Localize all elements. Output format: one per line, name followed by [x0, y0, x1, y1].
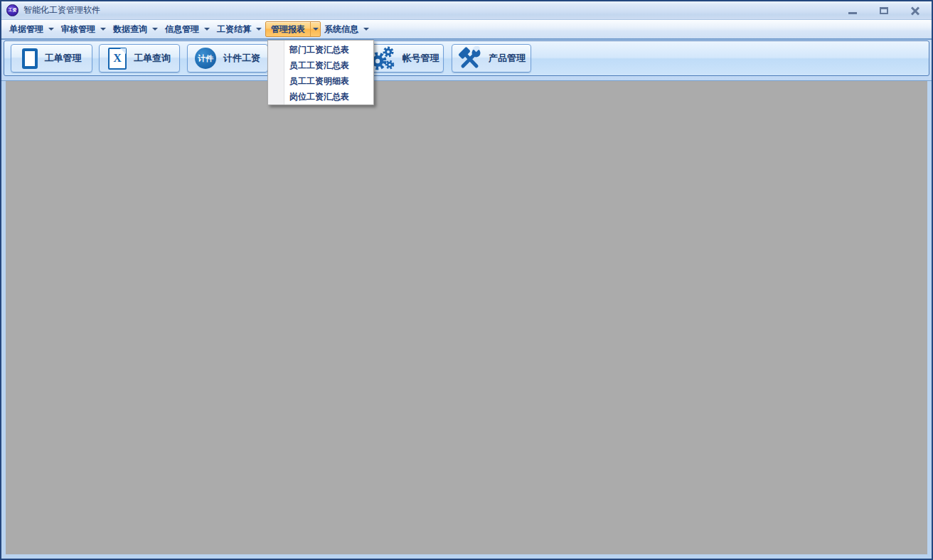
chevron-down-icon — [152, 28, 158, 31]
minimize-button[interactable] — [846, 4, 859, 17]
toolbar-button-account-management[interactable]: 帐号管理 — [363, 44, 444, 72]
blank-document-icon — [22, 48, 38, 69]
page-fold — [120, 48, 126, 54]
title-bar[interactable]: 工资 智能化工资管理软件 — [1, 1, 932, 20]
app-icon-text: 工资 — [9, 7, 17, 14]
toolbar-button-product-management[interactable]: 产品管理 — [452, 44, 531, 72]
menu-item-bill-management[interactable]: 单据管理 — [6, 21, 58, 37]
main-area — [1, 81, 932, 559]
close-button[interactable] — [909, 4, 922, 17]
app-window: 工资 智能化工资管理软件 单据管理 审核管理 数据查询 信息管理 工资结算 — [0, 0, 933, 560]
menu-dropdown-arrow-button[interactable] — [311, 22, 320, 36]
toolbar-button-work-order-management[interactable]: 工单管理 — [11, 44, 92, 72]
chevron-down-icon — [363, 28, 369, 31]
menu-item-data-query[interactable]: 数据查询 — [110, 21, 161, 37]
hammer-wrench-icon — [457, 46, 481, 70]
dropdown-item-department-salary-summary[interactable]: 部门工资汇总表 — [268, 42, 373, 58]
piece-count-badge-icon: 计件 — [195, 48, 216, 69]
chevron-down-icon — [100, 28, 106, 31]
menu-item-report-management[interactable]: 管理报表 — [265, 21, 321, 37]
chevron-down-icon — [48, 28, 54, 31]
toolbar: 工单管理 X 工单查询 计件 计件工资 — [1, 40, 932, 81]
content-canvas — [6, 81, 927, 554]
window-title: 智能化工资管理软件 — [23, 4, 100, 16]
dropdown-item-position-salary-summary[interactable]: 岗位工资汇总表 — [268, 89, 373, 104]
window-controls — [846, 1, 922, 20]
maximize-button[interactable] — [878, 4, 890, 17]
menu-item-system-info[interactable]: 系统信息 — [321, 21, 373, 37]
menu-item-salary-settlement[interactable]: 工资结算 — [213, 21, 265, 37]
excel-document-icon: X — [108, 48, 127, 70]
toolbar-button-work-order-query[interactable]: X 工单查询 — [99, 44, 180, 72]
dropdown-item-employee-salary-summary[interactable]: 员工工资汇总表 — [268, 58, 373, 73]
dropdown-item-employee-salary-detail[interactable]: 员工工资明细表 — [268, 73, 373, 89]
toolbar-button-piece-rate-salary[interactable]: 计件 计件工资 — [187, 44, 268, 72]
maximize-icon — [880, 7, 888, 14]
chevron-down-icon — [204, 28, 210, 31]
minimize-icon — [848, 12, 857, 14]
menu-item-info-management[interactable]: 信息管理 — [161, 21, 213, 37]
chevron-down-icon — [313, 28, 319, 31]
menu-item-audit-management[interactable]: 审核管理 — [58, 21, 110, 37]
dropdown-menu-report-management: 部门工资汇总表 员工工资汇总表 员工工资明细表 岗位工资汇总表 — [267, 40, 374, 105]
menu-bar: 单据管理 审核管理 数据查询 信息管理 工资结算 管理报表 系统信息 — [1, 20, 932, 40]
chevron-down-icon — [256, 28, 262, 31]
app-icon: 工资 — [6, 4, 18, 16]
